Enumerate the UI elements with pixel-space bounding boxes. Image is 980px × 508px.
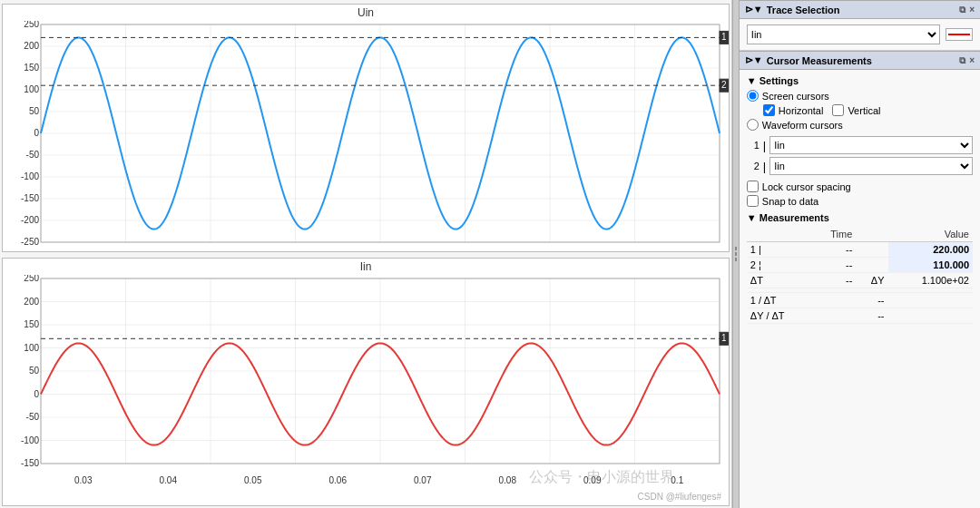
cursor1-num: 1 [747, 140, 760, 151]
cursor-close-icon[interactable]: × [969, 55, 975, 66]
meas-row-inv-dt: 1 / ΔT -- [747, 293, 973, 308]
bottom-chart-title: Iin [3, 259, 729, 275]
measurements-section: ▼ Measurements Time Value 1 | -- [747, 212, 973, 324]
meas-row-delta: ΔT -- ΔY 1.100e+02 [747, 273, 973, 288]
meas-row-1: 1 | -- 220.000 [747, 242, 973, 258]
row1-time: -- [811, 242, 857, 258]
col-header-value: Value [888, 227, 973, 242]
waveform-cursors-label: Waveform cursors [762, 120, 843, 131]
meas-row-2: 2 ¦ -- 110.000 [747, 258, 973, 273]
row-delta-y-label: ΔY [856, 273, 887, 288]
row1-empty [856, 242, 887, 258]
screen-cursors-label: Screen cursors [762, 91, 829, 102]
horizontal-label: Horizontal [779, 105, 824, 116]
dy-dt-empty [811, 308, 857, 324]
lock-cursor-label: Lock cursor spacing [762, 181, 851, 192]
screen-cursors-radio[interactable] [747, 90, 759, 102]
row2-id: 2 ¦ [747, 258, 811, 273]
dy-dt-dash: -- [856, 308, 887, 324]
inv-dt-dash: -- [856, 293, 887, 308]
trace-selection-title: Trace Selection [767, 5, 840, 15]
inv-dt-label: 1 / ΔT [747, 293, 811, 308]
snap-to-data-row: Snap to data [747, 195, 973, 207]
top-chart-title: Uin [3, 5, 729, 21]
col-header-time: Time [811, 227, 857, 242]
right-panel: ⊳▼ Trace Selection ⧉ × Iin Uin ⊳▼ Cursor… [740, 0, 980, 508]
cursor2-num: 2 [747, 161, 760, 171]
row-delta-t-time: -- [811, 273, 857, 288]
screen-cursors-row: Screen cursors [747, 90, 973, 102]
dy-dt-value [888, 308, 973, 324]
row2-value: 110.000 [888, 258, 973, 273]
snap-to-data-checkbox[interactable] [747, 195, 759, 207]
snap-to-data-label: Snap to data [762, 196, 818, 207]
vertical-label: Vertical [848, 105, 880, 116]
cursor-float-icon[interactable]: ⧉ [959, 55, 965, 66]
row1-id: 1 | [747, 242, 811, 258]
meas-row-dy-dt: ΔY / ΔT -- [747, 308, 973, 324]
cursor2-trace-select[interactable]: Iin Uin [769, 157, 973, 175]
cursor2-bar: | [763, 160, 766, 173]
dy-dt-label: ΔY / ΔT [747, 308, 811, 324]
waveform-cursors-row: Waveform cursors [747, 119, 973, 131]
panel-resize-handle[interactable] [732, 0, 740, 508]
cursor-measurements-header: ⊳▼ Cursor Measurements ⧉ × [740, 51, 980, 70]
trace-float-icon[interactable]: ⧉ [959, 5, 965, 15]
col-header-empty [856, 227, 887, 242]
cursor2-row: 2 | Iin Uin [747, 157, 973, 175]
cursor-body: ▼ Settings Screen cursors Horizontal Ver… [740, 70, 980, 508]
inv-dt-value [888, 293, 973, 308]
lock-cursor-spacing-row: Lock cursor spacing [747, 181, 973, 192]
row1-value: 220.000 [888, 242, 973, 258]
trace-select-dropdown[interactable]: Iin Uin [747, 24, 940, 44]
cursor-measurements-title: Cursor Measurements [767, 55, 872, 66]
cursor1-bar: | [763, 139, 766, 152]
measurements-label: ▼ Measurements [747, 212, 973, 223]
trace-section-pin-icon[interactable]: ⊳▼ [745, 4, 763, 15]
lock-cursor-checkbox[interactable] [747, 181, 759, 192]
row2-empty [856, 258, 887, 273]
row2-time: -- [811, 258, 857, 273]
bottom-chart-container: Iin 公众号・电小源的世界 CSDN @#liufenges# [2, 258, 730, 506]
inv-dt-empty [811, 293, 857, 308]
trace-selection-body: Iin Uin [740, 19, 980, 51]
trace-red-line [948, 34, 970, 35]
row-delta-t-label: ΔT [747, 273, 811, 288]
row-delta-y-value: 1.100e+02 [888, 273, 973, 288]
screen-cursor-sub-options: Horizontal Vertical [763, 104, 973, 116]
trace-close-icon[interactable]: × [969, 5, 975, 15]
cursor-type-group: Screen cursors Horizontal Vertical Wavef… [747, 90, 973, 131]
top-chart-canvas[interactable] [3, 21, 729, 246]
measurements-table: Time Value 1 | -- 220.000 2 ¦ -- [747, 227, 973, 324]
cursor1-trace-select[interactable]: Iin Uin [769, 136, 973, 154]
charts-panel: Uin Iin 公众号・电小源的世界 CSDN @#liufenges# [0, 0, 732, 508]
bottom-chart-canvas[interactable] [3, 275, 729, 500]
settings-label: ▼ Settings [747, 75, 973, 86]
cursor1-row: 1 | Iin Uin [747, 136, 973, 154]
csdn-label: CSDN @#liufenges# [638, 492, 721, 502]
trace-selection-header: ⊳▼ Trace Selection ⧉ × [740, 0, 980, 19]
top-chart-container: Uin [2, 4, 730, 252]
col-header-id [747, 227, 811, 242]
vertical-checkbox[interactable] [832, 104, 844, 116]
horizontal-checkbox[interactable] [763, 104, 775, 116]
waveform-cursors-radio[interactable] [747, 119, 759, 131]
cursor-section-pin-icon[interactable]: ⊳▼ [745, 54, 763, 66]
trace-color-indicator [946, 28, 973, 41]
